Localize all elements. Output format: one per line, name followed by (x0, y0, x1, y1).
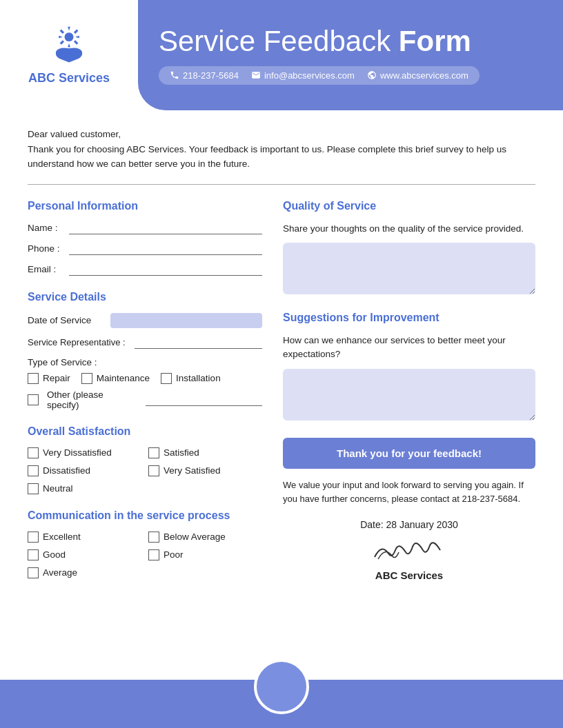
maintenance-box[interactable] (81, 373, 92, 384)
email-input[interactable] (69, 263, 262, 276)
email-row: Email : (28, 263, 262, 276)
average-checkbox[interactable]: Average (28, 567, 141, 578)
divider (28, 184, 535, 185)
quality-section: Quality of Service Share your thoughts o… (283, 200, 535, 296)
contact-website: www.abcservices.com (367, 70, 468, 81)
name-input[interactable] (69, 222, 262, 234)
body-content: Dear valued customer, Thank you for choo… (0, 110, 563, 595)
suggestions-textarea[interactable] (283, 369, 535, 421)
rep-label: Service Representative : (28, 337, 135, 347)
footer (0, 680, 563, 728)
repair-checkbox[interactable]: Repair (28, 373, 70, 384)
other-row: Other (please specify) (28, 390, 262, 410)
maintenance-checkbox[interactable]: Maintenance (81, 373, 150, 384)
quality-desc: Share your thoughts on the quality of th… (283, 222, 535, 236)
repair-box[interactable] (28, 373, 39, 384)
quality-title: Quality of Service (283, 200, 535, 212)
installation-checkbox[interactable]: Installation (161, 373, 221, 384)
communication-title: Communication in the service process (28, 509, 262, 522)
date-field[interactable] (110, 313, 262, 328)
service-type-row: Repair Maintenance Installation (28, 373, 262, 384)
communication-grid: Excellent Below Average Good Poor (28, 532, 262, 578)
dissatisfied-checkbox[interactable]: Dissatisfied (28, 465, 141, 476)
name-label: Name : (28, 223, 69, 233)
below-average-checkbox[interactable]: Below Average (148, 532, 262, 543)
signature-image (368, 533, 451, 567)
contact-email: info@abcservices.com (251, 70, 355, 81)
service-details-title: Service Details (28, 291, 262, 303)
suggestions-title: Suggestions for Improvement (283, 312, 535, 324)
footer-circle (254, 659, 309, 714)
intro-text: Dear valued customer, Thank you for choo… (28, 127, 535, 172)
personal-info-title: Personal Information (28, 200, 262, 212)
neutral-checkbox[interactable]: Neutral (28, 483, 141, 494)
phone-label: Phone : (28, 243, 69, 254)
logo-text: ABC Services (28, 71, 110, 85)
thankyou-note: We value your input and look forward to … (283, 478, 535, 507)
date-row: Date of Service (28, 313, 262, 328)
header-title: Service Feedback Form (159, 26, 542, 57)
phone-input[interactable] (69, 243, 262, 255)
header: ABC Services Service Feedback Form 218-2… (0, 0, 563, 110)
thankyou-text: Thank you for your feedback! (337, 447, 482, 459)
excellent-checkbox[interactable]: Excellent (28, 532, 141, 543)
rep-row: Service Representative : (28, 336, 262, 349)
satisfaction-section: Overall Satisfaction Very Dissatisfied S… (28, 425, 262, 494)
right-column: Quality of Service Share your thoughts o… (283, 200, 535, 581)
contact-phone: 218-237-5684 (170, 70, 239, 81)
rep-input[interactable] (135, 336, 262, 349)
other-box[interactable] (28, 394, 39, 405)
service-details-section: Service Details Date of Service Service … (28, 291, 262, 410)
suggestions-section: Suggestions for Improvement How can we e… (283, 312, 535, 423)
date-label: Date of Service (28, 315, 110, 325)
logo-icon (45, 26, 93, 67)
personal-info-section: Personal Information Name : Phone : Emai… (28, 200, 262, 276)
installation-box[interactable] (161, 373, 172, 384)
good-checkbox[interactable]: Good (28, 549, 141, 560)
other-label: Other (please specify) (47, 390, 136, 410)
very-satisfied-checkbox[interactable]: Very Satisfied (148, 465, 262, 476)
logo-section: ABC Services (0, 0, 138, 110)
type-label: Type of Service : (28, 357, 262, 367)
thankyou-box: Thank you for your feedback! (283, 438, 535, 469)
satisfied-checkbox[interactable]: Satisfied (148, 447, 262, 458)
signature-company: ABC Services (283, 569, 535, 581)
header-right: Service Feedback Form 218-237-5684 info@… (138, 0, 563, 110)
main-columns: Personal Information Name : Phone : Emai… (28, 200, 535, 581)
header-contact: 218-237-5684 info@abcservices.com www.ab… (159, 66, 480, 85)
email-label: Email : (28, 264, 69, 274)
poor-checkbox[interactable]: Poor (148, 549, 262, 560)
signature-date: Date: 28 January 2030 (283, 519, 535, 530)
quality-textarea[interactable] (283, 243, 535, 294)
phone-row: Phone : (28, 243, 262, 255)
other-input[interactable] (146, 394, 262, 406)
very-dissatisfied-checkbox[interactable]: Very Dissatisfied (28, 447, 141, 458)
signature-area: Date: 28 January 2030 ABC Services (283, 519, 535, 581)
name-row: Name : (28, 222, 262, 234)
suggestions-desc: How can we enhance our services to bette… (283, 334, 535, 362)
left-column: Personal Information Name : Phone : Emai… (28, 200, 262, 581)
svg-point-0 (65, 32, 74, 41)
satisfaction-title: Overall Satisfaction (28, 425, 262, 438)
communication-section: Communication in the service process Exc… (28, 509, 262, 578)
satisfaction-grid: Very Dissatisfied Satisfied Dissatisfied… (28, 447, 262, 494)
